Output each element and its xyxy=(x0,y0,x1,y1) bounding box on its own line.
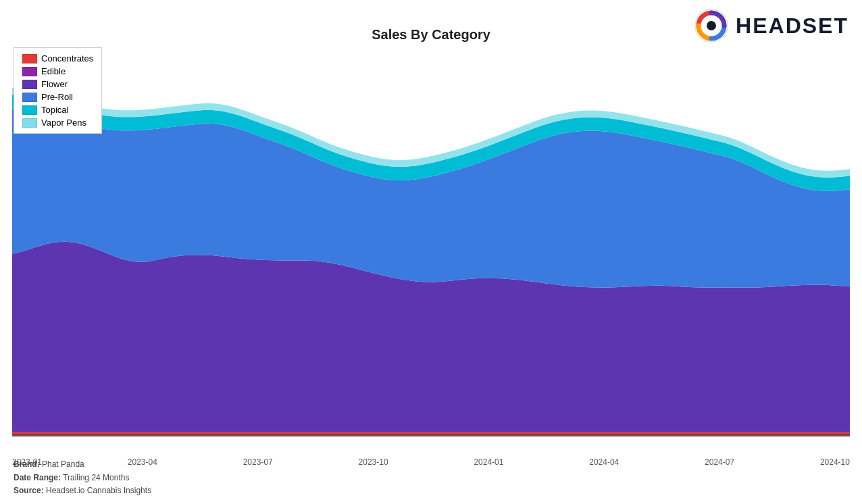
footer-source: Source: Headset.io Cannabis Insights xyxy=(14,484,151,497)
x-label-5: 2024-01 xyxy=(474,457,503,467)
legend-label-flower: Flower xyxy=(41,79,68,89)
legend-color-flower xyxy=(22,80,37,89)
legend-item-preroll: Pre-Roll xyxy=(22,92,93,102)
source-value: Headset.io Cannabis Insights xyxy=(46,486,151,495)
footer-info: Brand: Phat Panda Date Range: Trailing 2… xyxy=(14,458,151,497)
logo-area: HEADSET xyxy=(694,8,848,43)
axis-line xyxy=(12,436,850,436)
legend-color-topical xyxy=(22,105,37,115)
x-label-3: 2023-07 xyxy=(243,457,273,467)
legend-color-concentrates xyxy=(22,54,37,64)
brand-value: Phat Panda xyxy=(42,459,84,469)
logo-text: HEADSET xyxy=(736,14,848,39)
legend-item-edible: Edible xyxy=(22,66,93,76)
legend-item-vapor-pens: Vapor Pens xyxy=(22,118,93,128)
chart-legend: Concentrates Edible Flower Pre-Roll Topi… xyxy=(14,47,102,134)
chart-title: Sales By Category xyxy=(372,27,490,43)
legend-color-edible xyxy=(22,67,37,76)
chart-area xyxy=(12,44,850,436)
legend-label-topical: Topical xyxy=(41,105,68,115)
chart-svg xyxy=(12,44,850,436)
legend-label-vapor-pens: Vapor Pens xyxy=(41,118,86,128)
page-container: HEADSET Sales By Category Concentrates E… xyxy=(0,0,862,504)
svg-point-1 xyxy=(707,21,716,30)
legend-color-preroll xyxy=(22,93,37,102)
preroll-area xyxy=(12,108,850,288)
date-range-value: Trailing 24 Months xyxy=(63,473,129,482)
legend-item-topical: Topical xyxy=(22,105,93,115)
legend-item-concentrates: Concentrates xyxy=(22,53,93,64)
source-label: Source: xyxy=(14,486,44,495)
brand-label: Brand: xyxy=(14,459,40,469)
legend-label-preroll: Pre-Roll xyxy=(41,92,73,102)
date-range-label: Date Range: xyxy=(14,473,61,482)
x-label-7: 2024-07 xyxy=(705,457,734,467)
legend-label-edible: Edible xyxy=(41,66,66,76)
headset-logo-icon xyxy=(694,8,729,43)
footer-brand: Brand: Phat Panda xyxy=(14,458,151,471)
legend-color-vapor-pens xyxy=(22,118,37,128)
legend-item-flower: Flower xyxy=(22,79,93,89)
x-label-6: 2024-04 xyxy=(589,457,619,467)
legend-label-concentrates: Concentrates xyxy=(41,53,93,64)
x-label-4: 2023-10 xyxy=(359,457,388,467)
x-label-8: 2024-10 xyxy=(820,457,850,467)
footer-date-range: Date Range: Trailing 24 Months xyxy=(14,472,151,484)
